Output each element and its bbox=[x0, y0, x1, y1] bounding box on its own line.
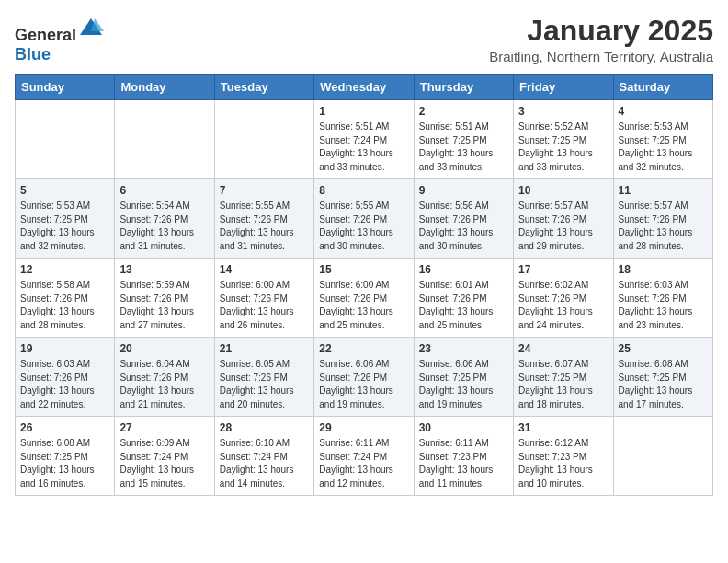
calendar-empty-cell bbox=[16, 100, 115, 179]
calendar-day-cell: 22Sunrise: 6:06 AM Sunset: 7:26 PM Dayli… bbox=[314, 338, 414, 417]
day-info: Sunrise: 5:51 AM Sunset: 7:24 PM Dayligh… bbox=[319, 121, 408, 174]
calendar-day-cell: 13Sunrise: 5:59 AM Sunset: 7:26 PM Dayli… bbox=[115, 259, 214, 338]
day-info: Sunrise: 6:07 AM Sunset: 7:25 PM Dayligh… bbox=[518, 358, 608, 411]
calendar-day-cell: 9Sunrise: 5:56 AM Sunset: 7:26 PM Daylig… bbox=[414, 179, 513, 259]
logo: General Blue bbox=[15, 15, 104, 64]
day-info: Sunrise: 5:55 AM Sunset: 7:26 PM Dayligh… bbox=[220, 200, 309, 253]
calendar-week-row: 19Sunrise: 6:03 AM Sunset: 7:26 PM Dayli… bbox=[16, 338, 713, 417]
calendar-day-cell: 18Sunrise: 6:03 AM Sunset: 7:26 PM Dayli… bbox=[613, 259, 712, 338]
day-info: Sunrise: 5:53 AM Sunset: 7:25 PM Dayligh… bbox=[619, 121, 708, 174]
day-info: Sunrise: 6:11 AM Sunset: 7:23 PM Dayligh… bbox=[419, 437, 508, 490]
calendar-day-cell: 3Sunrise: 5:52 AM Sunset: 7:25 PM Daylig… bbox=[514, 100, 613, 179]
weekday-header-sunday: Sunday bbox=[16, 75, 115, 100]
day-number: 7 bbox=[220, 184, 309, 197]
day-info: Sunrise: 6:01 AM Sunset: 7:26 PM Dayligh… bbox=[419, 279, 508, 332]
day-number: 19 bbox=[20, 342, 109, 355]
day-number: 22 bbox=[319, 342, 408, 355]
day-number: 5 bbox=[20, 184, 109, 197]
day-info: Sunrise: 5:57 AM Sunset: 7:26 PM Dayligh… bbox=[619, 200, 708, 253]
day-number: 8 bbox=[319, 184, 408, 197]
day-number: 9 bbox=[419, 184, 508, 197]
day-number: 1 bbox=[319, 105, 408, 118]
calendar-day-cell: 8Sunrise: 5:55 AM Sunset: 7:26 PM Daylig… bbox=[314, 179, 414, 259]
day-info: Sunrise: 5:51 AM Sunset: 7:25 PM Dayligh… bbox=[419, 121, 508, 174]
calendar-day-cell: 25Sunrise: 6:08 AM Sunset: 7:25 PM Dayli… bbox=[613, 338, 712, 417]
calendar-day-cell: 5Sunrise: 5:53 AM Sunset: 7:25 PM Daylig… bbox=[16, 179, 115, 259]
calendar-day-cell: 20Sunrise: 6:04 AM Sunset: 7:26 PM Dayli… bbox=[115, 338, 214, 417]
day-number: 10 bbox=[518, 184, 608, 197]
calendar-header-row: SundayMondayTuesdayWednesdayThursdayFrid… bbox=[16, 75, 713, 100]
header: General Blue January 2025 Braitling, Nor… bbox=[15, 15, 713, 64]
calendar-day-cell: 23Sunrise: 6:06 AM Sunset: 7:25 PM Dayli… bbox=[414, 338, 513, 417]
day-info: Sunrise: 5:54 AM Sunset: 7:26 PM Dayligh… bbox=[119, 200, 209, 253]
calendar-day-cell: 30Sunrise: 6:11 AM Sunset: 7:23 PM Dayli… bbox=[414, 417, 513, 496]
day-number: 18 bbox=[619, 263, 708, 276]
weekday-header-friday: Friday bbox=[514, 75, 613, 100]
calendar-empty-cell bbox=[613, 417, 712, 496]
calendar-day-cell: 15Sunrise: 6:00 AM Sunset: 7:26 PM Dayli… bbox=[314, 259, 414, 338]
calendar-day-cell: 7Sunrise: 5:55 AM Sunset: 7:26 PM Daylig… bbox=[214, 179, 313, 259]
day-info: Sunrise: 6:04 AM Sunset: 7:26 PM Dayligh… bbox=[119, 358, 209, 411]
day-number: 24 bbox=[518, 342, 608, 355]
day-info: Sunrise: 5:55 AM Sunset: 7:26 PM Dayligh… bbox=[319, 200, 408, 253]
logo-icon bbox=[78, 15, 104, 40]
weekday-header-wednesday: Wednesday bbox=[314, 75, 414, 100]
calendar-week-row: 1Sunrise: 5:51 AM Sunset: 7:24 PM Daylig… bbox=[16, 100, 713, 179]
day-number: 6 bbox=[119, 184, 209, 197]
calendar-day-cell: 1Sunrise: 5:51 AM Sunset: 7:24 PM Daylig… bbox=[314, 100, 414, 179]
day-number: 4 bbox=[619, 105, 708, 118]
day-number: 30 bbox=[419, 421, 508, 434]
weekday-header-saturday: Saturday bbox=[613, 75, 712, 100]
day-info: Sunrise: 6:00 AM Sunset: 7:26 PM Dayligh… bbox=[319, 279, 408, 332]
logo-text: General Blue bbox=[15, 15, 104, 64]
calendar-day-cell: 11Sunrise: 5:57 AM Sunset: 7:26 PM Dayli… bbox=[613, 179, 712, 259]
calendar-day-cell: 21Sunrise: 6:05 AM Sunset: 7:26 PM Dayli… bbox=[214, 338, 313, 417]
day-number: 2 bbox=[419, 105, 508, 118]
calendar-day-cell: 12Sunrise: 5:58 AM Sunset: 7:26 PM Dayli… bbox=[16, 259, 115, 338]
calendar-week-row: 5Sunrise: 5:53 AM Sunset: 7:25 PM Daylig… bbox=[16, 179, 713, 259]
logo-blue: Blue bbox=[15, 45, 51, 63]
month-year-title: January 2025 bbox=[489, 15, 713, 47]
calendar-day-cell: 27Sunrise: 6:09 AM Sunset: 7:24 PM Dayli… bbox=[115, 417, 214, 496]
calendar-day-cell: 31Sunrise: 6:12 AM Sunset: 7:23 PM Dayli… bbox=[514, 417, 613, 496]
day-number: 21 bbox=[220, 342, 309, 355]
day-info: Sunrise: 5:53 AM Sunset: 7:25 PM Dayligh… bbox=[20, 200, 109, 253]
calendar-day-cell: 2Sunrise: 5:51 AM Sunset: 7:25 PM Daylig… bbox=[414, 100, 513, 179]
day-info: Sunrise: 5:58 AM Sunset: 7:26 PM Dayligh… bbox=[20, 279, 109, 332]
calendar-empty-cell bbox=[115, 100, 214, 179]
svg-marker-1 bbox=[91, 18, 104, 31]
day-number: 16 bbox=[419, 263, 508, 276]
calendar-day-cell: 28Sunrise: 6:10 AM Sunset: 7:24 PM Dayli… bbox=[214, 417, 313, 496]
day-number: 31 bbox=[518, 421, 608, 434]
calendar-week-row: 12Sunrise: 5:58 AM Sunset: 7:26 PM Dayli… bbox=[16, 259, 713, 338]
weekday-header-monday: Monday bbox=[115, 75, 214, 100]
calendar-day-cell: 4Sunrise: 5:53 AM Sunset: 7:25 PM Daylig… bbox=[613, 100, 712, 179]
day-info: Sunrise: 5:59 AM Sunset: 7:26 PM Dayligh… bbox=[119, 279, 209, 332]
calendar-week-row: 26Sunrise: 6:08 AM Sunset: 7:25 PM Dayli… bbox=[16, 417, 713, 496]
day-number: 27 bbox=[119, 421, 209, 434]
calendar-table: SundayMondayTuesdayWednesdayThursdayFrid… bbox=[15, 74, 713, 496]
day-number: 17 bbox=[518, 263, 608, 276]
day-info: Sunrise: 5:52 AM Sunset: 7:25 PM Dayligh… bbox=[518, 121, 608, 174]
day-number: 25 bbox=[619, 342, 708, 355]
day-info: Sunrise: 6:06 AM Sunset: 7:25 PM Dayligh… bbox=[419, 358, 508, 411]
day-info: Sunrise: 6:06 AM Sunset: 7:26 PM Dayligh… bbox=[319, 358, 408, 411]
weekday-header-thursday: Thursday bbox=[414, 75, 513, 100]
day-number: 13 bbox=[119, 263, 209, 276]
day-info: Sunrise: 6:08 AM Sunset: 7:25 PM Dayligh… bbox=[619, 358, 708, 411]
title-block: January 2025 Braitling, Northern Territo… bbox=[489, 15, 713, 64]
calendar-day-cell: 10Sunrise: 5:57 AM Sunset: 7:26 PM Dayli… bbox=[514, 179, 613, 259]
day-info: Sunrise: 6:08 AM Sunset: 7:25 PM Dayligh… bbox=[20, 437, 109, 490]
day-number: 14 bbox=[220, 263, 309, 276]
location-subtitle: Braitling, Northern Territory, Australia bbox=[489, 49, 713, 64]
day-number: 28 bbox=[220, 421, 309, 434]
calendar-day-cell: 17Sunrise: 6:02 AM Sunset: 7:26 PM Dayli… bbox=[514, 259, 613, 338]
weekday-header-tuesday: Tuesday bbox=[214, 75, 313, 100]
day-info: Sunrise: 5:57 AM Sunset: 7:26 PM Dayligh… bbox=[518, 200, 608, 253]
day-number: 12 bbox=[20, 263, 109, 276]
day-info: Sunrise: 6:11 AM Sunset: 7:24 PM Dayligh… bbox=[319, 437, 408, 490]
day-number: 20 bbox=[119, 342, 209, 355]
calendar-day-cell: 6Sunrise: 5:54 AM Sunset: 7:26 PM Daylig… bbox=[115, 179, 214, 259]
calendar-day-cell: 16Sunrise: 6:01 AM Sunset: 7:26 PM Dayli… bbox=[414, 259, 513, 338]
calendar-day-cell: 26Sunrise: 6:08 AM Sunset: 7:25 PM Dayli… bbox=[16, 417, 115, 496]
